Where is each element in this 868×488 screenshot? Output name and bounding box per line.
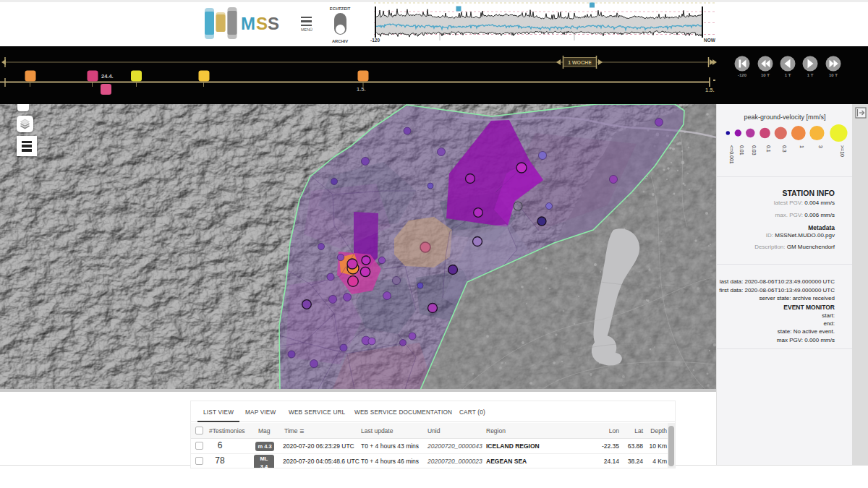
svg-text:0.1: 0.1 — [766, 145, 771, 153]
svg-text:<=0.001: <=0.001 — [729, 145, 734, 164]
svg-text:10 T: 10 T — [761, 73, 770, 77]
svg-text:1: 1 — [799, 145, 804, 148]
svg-text:0.3: 0.3 — [782, 145, 787, 153]
svg-text:1 WOCHE: 1 WOCHE — [568, 60, 592, 65]
svg-text:NOW: NOW — [704, 38, 716, 43]
svg-text:>=10: >=10 — [840, 145, 845, 157]
svg-text:24.4.: 24.4. — [101, 73, 114, 80]
svg-text:-120: -120 — [370, 38, 380, 43]
svg-text:0.01: 0.01 — [739, 145, 744, 155]
svg-text:0.03: 0.03 — [752, 145, 757, 155]
svg-text:3: 3 — [818, 145, 823, 148]
svg-text:-120: -120 — [738, 73, 747, 77]
svg-text:1.5.: 1.5. — [357, 86, 366, 93]
svg-text:1 T: 1 T — [807, 73, 814, 77]
svg-text:10 T: 10 T — [829, 73, 838, 77]
svg-text:1.5.: 1.5. — [705, 87, 715, 93]
svg-text:1 T: 1 T — [785, 73, 791, 77]
